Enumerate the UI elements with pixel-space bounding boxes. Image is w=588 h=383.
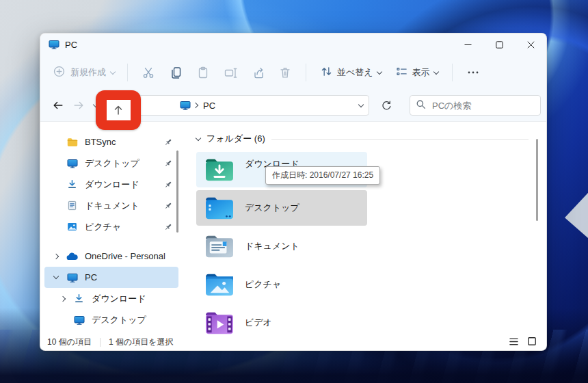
toolbar-divider bbox=[452, 64, 453, 81]
cut-button[interactable] bbox=[135, 60, 162, 85]
expander[interactable] bbox=[51, 246, 62, 267]
desktop-monitor-icon bbox=[73, 315, 85, 326]
file-list-pane: フォルダー (6) ダウンロード 作成日時 bbox=[183, 122, 546, 334]
search-icon bbox=[416, 99, 426, 112]
file-list-scrollbar[interactable] bbox=[536, 139, 538, 221]
window-title: PC bbox=[65, 40, 77, 50]
chevron-down-icon bbox=[110, 68, 116, 74]
desktop-monitor-icon bbox=[66, 158, 78, 169]
explorer-window: PC 新規作成 bbox=[40, 33, 547, 351]
onedrive-cloud-icon bbox=[66, 252, 78, 261]
back-button[interactable] bbox=[49, 96, 68, 115]
paste-button[interactable] bbox=[189, 60, 217, 85]
sidebar-item-label: BTSync bbox=[85, 137, 116, 147]
minimize-button[interactable] bbox=[452, 34, 483, 55]
sidebar-item-btsync[interactable]: BTSync bbox=[44, 131, 178, 153]
pin-icon bbox=[163, 222, 173, 232]
view-button-label: 表示 bbox=[412, 66, 430, 79]
tile-label: デスクトップ bbox=[245, 202, 299, 214]
more-icon bbox=[466, 66, 480, 79]
sidebar-item-downloads[interactable]: ダウンロード bbox=[44, 174, 178, 195]
sidebar-item-documents[interactable]: ドキュメント bbox=[44, 195, 178, 216]
sort-icon bbox=[320, 65, 333, 80]
tile-documents[interactable]: ドキュメント bbox=[196, 228, 367, 264]
cut-icon bbox=[142, 66, 155, 79]
more-options-button[interactable] bbox=[459, 60, 487, 85]
delete-button[interactable] bbox=[271, 60, 299, 85]
tile-desktop[interactable]: デスクトップ bbox=[196, 190, 367, 226]
search-box[interactable] bbox=[410, 95, 541, 116]
breadcrumb-pc[interactable]: PC bbox=[203, 101, 215, 111]
folder-tiles: ダウンロード 作成日時: 2016/07/27 16:25 デスクトップ bbox=[196, 152, 367, 341]
expander[interactable] bbox=[57, 288, 68, 309]
titlebar[interactable]: PC bbox=[40, 34, 546, 55]
copy-icon bbox=[169, 66, 183, 79]
rename-icon bbox=[224, 66, 237, 79]
new-button-label: 新規作成 bbox=[70, 66, 106, 79]
sidebar-scrollbar[interactable] bbox=[176, 150, 178, 233]
forward-icon bbox=[72, 99, 85, 111]
pin-icon bbox=[163, 180, 173, 189]
large-icons-view-button[interactable] bbox=[527, 336, 537, 348]
view-button[interactable]: 表示 bbox=[388, 60, 445, 85]
command-toolbar: 新規作成 並べ替え bbox=[40, 55, 546, 90]
sort-button-label: 並べ替え bbox=[337, 66, 373, 79]
breadcrumb-chevron-icon bbox=[193, 103, 198, 108]
sidebar-item-label: ピクチャ bbox=[85, 221, 121, 233]
view-icon bbox=[395, 65, 408, 80]
wallpaper-wedge bbox=[565, 193, 588, 238]
sidebar-item-pictures[interactable]: ピクチャ bbox=[44, 216, 178, 237]
tile-pictures[interactable]: ピクチャ bbox=[196, 267, 367, 302]
sort-button[interactable]: 並べ替え bbox=[313, 60, 388, 85]
copy-button[interactable] bbox=[162, 60, 189, 85]
new-circle-plus-icon bbox=[53, 65, 66, 81]
download-arrow-icon bbox=[73, 293, 85, 304]
rename-button[interactable] bbox=[217, 60, 244, 85]
pictures-folder-icon bbox=[204, 272, 235, 298]
sidebar-item-label: PC bbox=[85, 272, 97, 282]
desktop-wallpaper: PC 新規作成 bbox=[0, 0, 588, 383]
address-bar[interactable]: PC bbox=[135, 95, 369, 116]
desktop-folder-icon bbox=[204, 195, 235, 221]
sidebar-item-onedrive[interactable]: OneDrive - Personal bbox=[44, 246, 178, 267]
up-button[interactable] bbox=[107, 100, 131, 120]
pc-monitor-icon bbox=[66, 272, 78, 283]
downloads-folder-icon bbox=[204, 157, 235, 183]
sidebar-item-pc[interactable]: PC bbox=[44, 267, 178, 288]
group-header-folders[interactable]: フォルダー (6) bbox=[196, 131, 546, 146]
refresh-button[interactable] bbox=[377, 96, 396, 115]
download-arrow-icon bbox=[66, 179, 78, 189]
share-icon bbox=[251, 66, 265, 79]
document-icon bbox=[66, 200, 78, 211]
share-button[interactable] bbox=[244, 60, 271, 85]
maximize-button[interactable] bbox=[483, 34, 515, 55]
toolbar-divider bbox=[127, 64, 128, 81]
group-header-rule bbox=[271, 139, 529, 140]
refresh-icon bbox=[381, 100, 392, 111]
delete-icon bbox=[278, 66, 292, 79]
sidebar-item-pc-desktop[interactable]: デスクトップ bbox=[44, 309, 178, 330]
search-input[interactable] bbox=[431, 100, 522, 111]
chevron-down-icon bbox=[196, 135, 201, 140]
pin-icon bbox=[163, 201, 173, 211]
new-button[interactable]: 新規作成 bbox=[47, 65, 120, 81]
close-button[interactable] bbox=[515, 34, 546, 55]
sidebar-item-desktop[interactable]: デスクトップ bbox=[44, 153, 178, 174]
sidebar-item-label: デスクトップ bbox=[92, 314, 146, 326]
forward-button[interactable] bbox=[69, 96, 88, 115]
sidebar-item-label: デスクトップ bbox=[85, 157, 139, 170]
sidebar-item-pc-downloads[interactable]: ダウンロード bbox=[44, 288, 178, 309]
expander[interactable] bbox=[51, 267, 62, 288]
chevron-down-icon bbox=[53, 274, 59, 279]
back-icon bbox=[52, 99, 64, 111]
pin-icon bbox=[163, 159, 173, 168]
paste-icon bbox=[196, 66, 210, 79]
sidebar-item-label: OneDrive - Personal bbox=[85, 251, 165, 261]
sidebar-section-gap bbox=[40, 237, 183, 246]
tile-videos[interactable]: ビデオ bbox=[196, 305, 367, 341]
annotation-highlight-box bbox=[96, 90, 141, 130]
details-view-button[interactable] bbox=[509, 337, 519, 348]
address-dropdown-chevron-icon[interactable] bbox=[358, 101, 364, 107]
pc-monitor-icon bbox=[49, 39, 59, 50]
tile-downloads[interactable]: ダウンロード 作成日時: 2016/07/27 16:25 bbox=[196, 152, 367, 187]
